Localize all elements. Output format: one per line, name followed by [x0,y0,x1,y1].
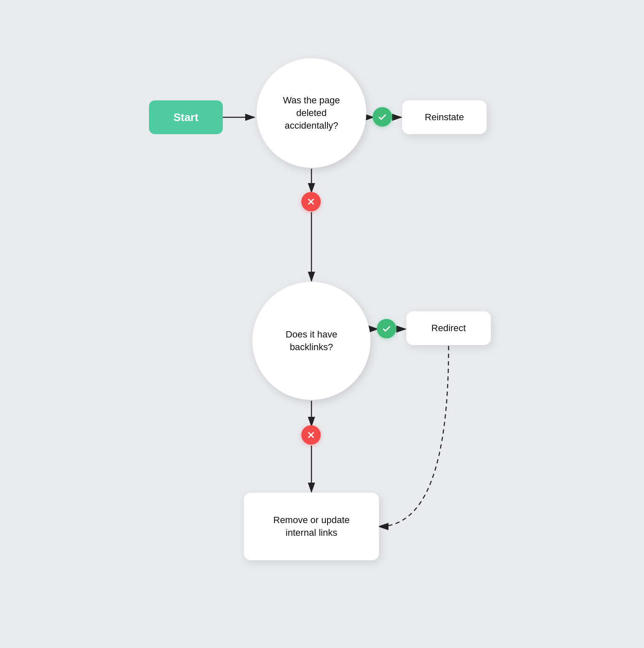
circle-node-2: Does it havebacklinks? [252,282,371,400]
yes-badge-2 [377,319,396,338]
remove-label: Remove or updateinternal links [266,510,357,543]
reinstate-node: Reinstate [402,100,487,134]
start-node: Start [149,100,223,134]
checkmark-icon-1 [378,112,387,122]
redirect-label: Redirect [424,318,474,339]
start-label: Start [173,111,198,124]
redirect-node: Redirect [406,311,491,345]
no-badge-2 [301,425,321,445]
checkmark-icon-2 [382,324,391,333]
diagram-container: Start Was the pagedeletedaccidentally? D… [132,29,512,619]
circle-2-label: Does it havebacklinks? [281,324,341,357]
circle-node-1: Was the pagedeletedaccidentally? [257,58,366,168]
x-icon-1 [306,197,316,206]
circle-1-label: Was the pagedeletedaccidentally? [279,90,344,136]
no-badge-1 [301,192,321,211]
reinstate-label: Reinstate [417,107,472,128]
remove-node: Remove or updateinternal links [244,493,379,560]
x-icon-2 [306,430,316,440]
yes-badge-1 [373,107,392,127]
